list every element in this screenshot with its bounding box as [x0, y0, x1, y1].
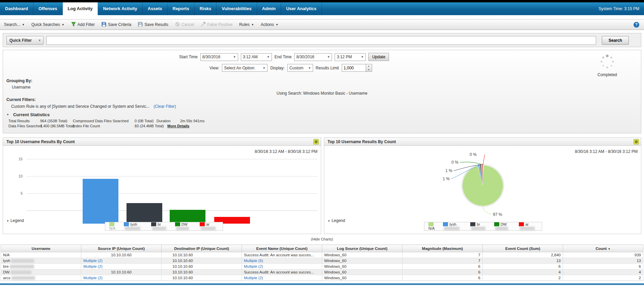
false-positive-label: False Positive — [207, 22, 232, 27]
end-time-label: End Time — [275, 55, 292, 59]
tab-reports[interactable]: Reports — [168, 2, 195, 15]
table-row[interactable]: arcs Multiple (2) 10.10.10.60 Multiple (… — [1, 275, 643, 281]
col-event-name[interactable]: Event Name (Unique Count) — [242, 245, 322, 252]
cancel-button[interactable]: Cancel — [175, 22, 194, 28]
pie-label-0pct-red: 0 % — [470, 152, 477, 157]
help-icon[interactable]: ? — [634, 22, 639, 28]
quick-filter-dropdown[interactable]: Quick Filter ▼ — [6, 36, 44, 45]
table-row[interactable]: DW 10.10.10.60 10.10.10.60 Success Audit… — [1, 269, 643, 275]
redacted-text — [201, 227, 216, 230]
pie-legend-toggle[interactable]: ▼Legend — [328, 218, 345, 223]
multiple-link[interactable]: Multiple (2) — [244, 264, 263, 268]
table-row[interactable]: N/A 10.10.10.60 10.10.10.60 Success Audi… — [1, 252, 643, 258]
add-filter-button[interactable]: Add Filter — [71, 22, 95, 28]
legend-swatch — [494, 222, 499, 226]
cell-event-count: 13 — [483, 258, 563, 264]
table-row[interactable]: tysh Multiple (2) 10.10.10.60 Multiple (… — [1, 258, 643, 264]
current-statistics-toggle[interactable]: ▼ Current Statistics — [6, 112, 50, 117]
col-destination-ip[interactable]: Destination IP (Unique Count) — [162, 245, 242, 252]
search-button[interactable]: Search — [602, 36, 629, 45]
table-row[interactable]: bre Multiple (2) 10.10.10.60 Multiple (2… — [1, 264, 643, 269]
save-criteria-button[interactable]: Save Criteria — [102, 22, 131, 28]
results-limit-input[interactable] — [342, 64, 366, 72]
cancel-icon — [175, 22, 180, 28]
chevron-down-icon: ▼ — [22, 23, 25, 26]
legend-item-4[interactable]: ar — [519, 222, 538, 231]
rules-menu-button[interactable]: Rules ▼ — [239, 22, 254, 27]
bottom-divider — [0, 283, 644, 285]
col-label: Destination IP (Unique Count) — [174, 247, 229, 251]
tab-vulnerabilities[interactable]: Vulnerabilities — [217, 2, 257, 15]
col-username[interactable]: Username — [1, 245, 81, 252]
multiple-link[interactable]: Multiple (2) — [83, 264, 103, 268]
tab-log-activity[interactable]: Log Activity — [63, 2, 98, 15]
quick-filter-input[interactable] — [46, 36, 596, 45]
legend-swatch — [470, 222, 475, 226]
save-results-button[interactable]: Save Results — [138, 22, 168, 28]
cell-magnitude: 7 — [402, 258, 483, 264]
bar-series-1[interactable] — [83, 179, 118, 224]
multiple-link[interactable]: Multiple (2) — [83, 259, 103, 263]
multiple-link[interactable]: Multiple (2) — [244, 276, 263, 280]
legend-item-2[interactable]: br — [470, 222, 488, 231]
callout-line-red — [483, 155, 485, 165]
tab-assets[interactable]: Assets — [143, 2, 168, 15]
end-clock-select[interactable]: 3:12 PM▼ — [335, 53, 366, 61]
display-value: Custom — [289, 66, 303, 70]
more-details-link[interactable]: More Details — [167, 124, 189, 128]
legend-item-1[interactable]: tysh — [443, 222, 465, 231]
start-clock-select[interactable]: 3:12 AM▼ — [241, 53, 272, 61]
bar-legend-toggle[interactable]: ▼Legend — [6, 218, 24, 223]
display-label: Display: — [270, 66, 285, 70]
cell-log-source: Windows_60 — [322, 269, 402, 275]
cell-username: N/A — [1, 252, 81, 258]
col-log-source[interactable]: Log Source (Unique Count) — [322, 245, 402, 252]
false-positive-button[interactable]: False Positive — [201, 22, 232, 28]
legend-item-na[interactable]: N/A — [428, 222, 438, 230]
legend-item-1[interactable]: tysh — [124, 222, 146, 231]
cell-event-count: 2 — [483, 275, 563, 281]
tab-offenses[interactable]: Offenses — [33, 2, 63, 15]
end-date-select[interactable]: 8/30/2016▼ — [294, 53, 332, 61]
col-count[interactable]: Count▼ — [563, 245, 643, 252]
legend-item-2[interactable]: br — [151, 222, 169, 231]
col-event-count[interactable]: Event Count (Sum) — [483, 245, 563, 252]
gear-icon[interactable]: ⚙ — [313, 139, 319, 144]
charts-row: Top 10 Username Results By Count ⚙ 8/30/… — [3, 137, 641, 234]
display-select[interactable]: Custom▼ — [287, 64, 313, 72]
grouping-by-label: Grouping By: — [6, 78, 32, 83]
cell-source-ip: Multiple (2) — [81, 258, 162, 264]
chevron-down-icon: ▼ — [233, 55, 236, 59]
tab-admin[interactable]: Admin — [257, 2, 281, 15]
stat-index-label: Index File Count — [73, 124, 100, 128]
clear-filter-link[interactable]: (Clear Filter) — [153, 104, 176, 109]
gear-icon[interactable]: ⚙ — [634, 139, 639, 144]
cell-event-count: 4 — [483, 269, 563, 275]
bar-series-2[interactable] — [127, 203, 162, 224]
col-label: Magnitude (Maximum) — [422, 247, 463, 251]
actions-menu-button[interactable]: Actions ▼ — [261, 22, 278, 27]
tab-risks[interactable]: Risks — [195, 2, 217, 15]
legend-item-4[interactable]: ar — [200, 222, 219, 231]
col-source-ip[interactable]: Source IP (Unique Count) — [81, 245, 162, 252]
legend-item-3[interactable]: DW — [175, 222, 195, 231]
hide-charts-link[interactable]: (Hide Charts) — [311, 237, 333, 241]
col-label: Count — [595, 247, 607, 251]
multiple-link[interactable]: Multiple (5) — [244, 259, 263, 263]
tab-network-activity[interactable]: Network Activity — [98, 2, 142, 15]
spin-up-icon[interactable]: ▲ — [366, 64, 372, 68]
start-date-select[interactable]: 8/30/2016▼ — [200, 53, 238, 61]
legend-item-3[interactable]: DW — [494, 222, 514, 231]
multiple-link[interactable]: Multiple (2) — [83, 276, 103, 280]
spin-down-icon[interactable]: ▼ — [366, 68, 372, 72]
view-select[interactable]: Select An Option:▼ — [222, 64, 268, 72]
tab-dashboard[interactable]: Dashboard — [0, 2, 33, 15]
pie-legend-box: N/A tysh br DW ar — [424, 222, 542, 231]
update-button[interactable]: Update — [368, 53, 389, 61]
col-magnitude[interactable]: Magnitude (Maximum) — [402, 245, 483, 252]
legend-item-na[interactable]: N/A — [109, 222, 118, 230]
tab-user-analytics[interactable]: User Analytics — [281, 2, 322, 15]
search-menu-button[interactable]: Search... ▼ — [4, 22, 25, 27]
quick-searches-button[interactable]: Quick Searches ▼ — [31, 22, 64, 27]
bar-series-3[interactable] — [170, 210, 205, 224]
